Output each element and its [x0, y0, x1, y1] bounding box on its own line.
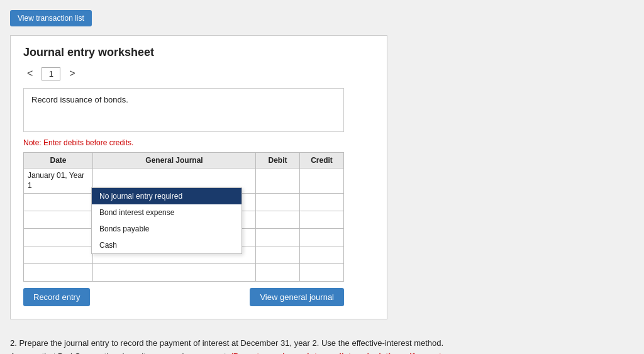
debit-cell-row6[interactable] [256, 264, 300, 282]
credit-cell-row5[interactable] [300, 246, 344, 264]
credit-cell-row4[interactable] [300, 229, 344, 246]
table-wrapper: Date General Journal Debit Credit Januar… [23, 152, 374, 282]
date-input-row6[interactable] [24, 264, 92, 281]
debit-cell-row5[interactable] [256, 246, 300, 264]
dropdown-item-bonds-payable[interactable]: Bonds payable [92, 221, 242, 237]
credit-input-row4[interactable] [300, 229, 343, 246]
debit-cell-row2[interactable] [256, 194, 300, 211]
credit-cell-row6[interactable] [300, 264, 344, 282]
description-box: Record issuance of bonds. [23, 88, 344, 132]
table-header-row: Date General Journal Debit Credit [24, 153, 344, 169]
date-cell-row4[interactable] [24, 229, 93, 246]
credit-input-row2[interactable] [300, 194, 343, 211]
credit-input-row3[interactable] [300, 211, 343, 228]
credit-input-row1[interactable] [300, 169, 343, 193]
date-cell-row3[interactable] [24, 211, 93, 229]
date-input-row5[interactable] [24, 246, 92, 263]
credit-cell-row2[interactable] [300, 194, 344, 211]
debit-cell-row3[interactable] [256, 211, 300, 229]
worksheet-container: Journal entry worksheet < 1 > Record iss… [10, 35, 387, 319]
account-dropdown: No journal entry required Bond interest … [91, 187, 242, 254]
table-row [24, 264, 344, 282]
nav-row: < 1 > [23, 67, 374, 80]
view-general-journal-button[interactable]: View general journal [250, 288, 344, 306]
date-input-row3[interactable] [24, 211, 92, 228]
date-input-row4[interactable] [24, 229, 92, 246]
dropdown-item-bond-interest[interactable]: Bond interest expense [92, 204, 242, 221]
debit-input-row2[interactable] [256, 194, 299, 211]
credit-input-row6[interactable] [300, 264, 343, 281]
debit-cell-row1[interactable] [256, 169, 300, 194]
credit-cell-row3[interactable] [300, 211, 344, 229]
note-text: Note: Enter debits before credits. [23, 138, 374, 147]
instruction-text: 2. Prepare the journal entry to record t… [10, 337, 450, 354]
view-transaction-list-button[interactable]: View transaction list [10, 10, 92, 26]
date-input-row2[interactable] [24, 194, 92, 211]
worksheet-title: Journal entry worksheet [23, 46, 374, 59]
date-cell-row1: January 01, Year1 [24, 169, 93, 194]
debit-input-row6[interactable] [256, 264, 299, 281]
gj-input-row6[interactable] [93, 264, 255, 281]
header-credit: Credit [300, 153, 344, 169]
debit-input-row4[interactable] [256, 229, 299, 246]
debit-input-row1[interactable] [256, 169, 299, 193]
date-cell-row2[interactable] [24, 194, 93, 211]
record-entry-button[interactable]: Record entry [23, 288, 90, 306]
credit-cell-row1[interactable] [300, 169, 344, 194]
date-cell-row6[interactable] [24, 264, 93, 282]
next-page-button[interactable]: > [65, 67, 79, 80]
header-date: Date [24, 153, 93, 169]
prev-page-button[interactable]: < [23, 67, 36, 80]
debit-cell-row4[interactable] [256, 229, 300, 246]
debit-input-row5[interactable] [256, 246, 299, 263]
date-cell-row5[interactable] [24, 246, 93, 264]
dropdown-item-selected[interactable]: No journal entry required [92, 188, 242, 204]
date-value-row1: January 01, Year1 [24, 169, 92, 193]
page-number: 1 [42, 67, 60, 80]
bottom-row: Record entry View general journal [23, 288, 344, 306]
credit-input-row5[interactable] [300, 246, 343, 263]
dropdown-item-cash[interactable]: Cash [92, 237, 242, 253]
header-general-journal: General Journal [93, 153, 256, 169]
header-debit: Debit [256, 153, 300, 169]
gj-cell-row6[interactable] [93, 264, 256, 282]
debit-input-row3[interactable] [256, 211, 299, 228]
